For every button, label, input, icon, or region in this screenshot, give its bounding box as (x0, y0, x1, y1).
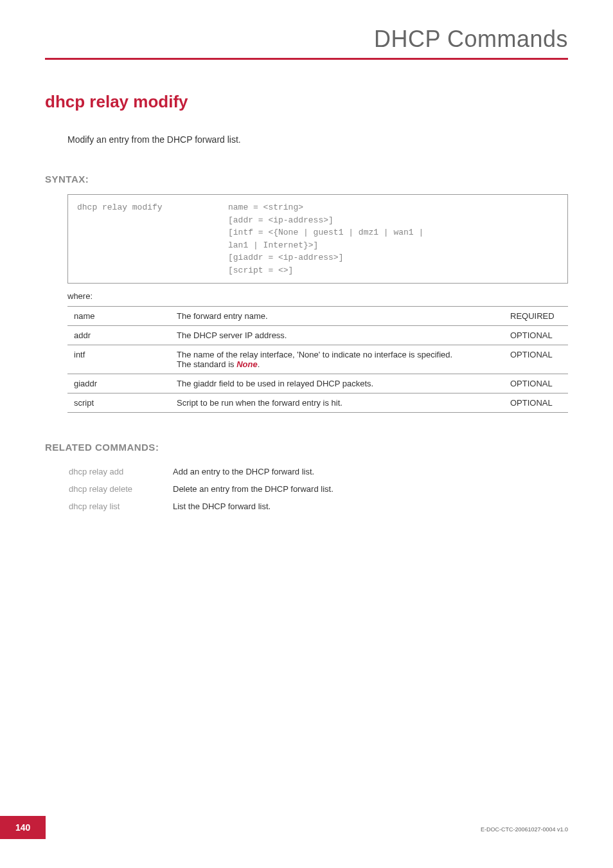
param-desc-post: . (258, 359, 260, 369)
table-row: dhcp relay delete Delete an entry from t… (69, 481, 333, 497)
param-req: OPTIONAL (504, 393, 568, 413)
header-title: DHCP Commands (45, 26, 568, 53)
table-row: script Script to be run when the forward… (67, 393, 568, 413)
related-desc: Add an entry to the DHCP forward list. (173, 464, 333, 480)
param-name: addr (67, 326, 170, 345)
param-req: REQUIRED (504, 307, 568, 326)
command-title: dhcp relay modify (45, 92, 568, 112)
table-row: name The forward entry name. REQUIRED (67, 307, 568, 326)
related-cmd: dhcp relay delete (69, 481, 172, 497)
related-label: RELATED COMMANDS: (45, 442, 568, 453)
table-row: giaddr The giaddr field to be used in re… (67, 374, 568, 393)
param-name: giaddr (67, 374, 170, 393)
syntax-box: dhcp relay modify name = <string> [addr … (67, 194, 568, 284)
param-desc-pre: The name of the relay interface, 'None' … (177, 350, 452, 369)
table-row: dhcp relay list List the DHCP forward li… (69, 498, 333, 514)
param-name: name (67, 307, 170, 326)
related-cmd: dhcp relay list (69, 498, 172, 514)
param-desc-highlight: None (236, 359, 258, 369)
param-desc: Script to be run when the forward entry … (170, 393, 504, 413)
param-desc: The DHCP server IP address. (170, 326, 504, 345)
param-req: OPTIONAL (504, 345, 568, 374)
table-row: intf The name of the relay interface, 'N… (67, 345, 568, 374)
param-desc: The giaddr field to be used in relayed D… (170, 374, 504, 393)
param-desc: The name of the relay interface, 'None' … (170, 345, 504, 374)
related-cmd: dhcp relay add (69, 464, 172, 480)
syntax-label: SYNTAX: (45, 174, 568, 185)
where-label: where: (67, 291, 568, 301)
param-name: script (67, 393, 170, 413)
page-footer: 140 E-DOC-CTC-20061027-0004 v1.0 (0, 816, 613, 839)
command-description: Modify an entry from the DHCP forward li… (67, 134, 568, 145)
param-req: OPTIONAL (504, 374, 568, 393)
param-name: intf (67, 345, 170, 374)
params-table: name The forward entry name. REQUIRED ad… (67, 306, 568, 413)
page-number: 140 (0, 816, 46, 839)
table-row: dhcp relay add Add an entry to the DHCP … (69, 464, 333, 480)
doc-id: E-DOC-CTC-20061027-0004 v1.0 (481, 826, 568, 833)
table-row: addr The DHCP server IP address. OPTIONA… (67, 326, 568, 345)
param-desc: The forward entry name. (170, 307, 504, 326)
syntax-command: dhcp relay modify (77, 201, 228, 276)
param-req: OPTIONAL (504, 326, 568, 345)
page-header: DHCP Commands (45, 26, 568, 60)
syntax-args: name = <string> [addr = <ip-address>] [i… (228, 201, 423, 276)
related-desc: List the DHCP forward list. (173, 498, 333, 514)
related-desc: Delete an entry from the DHCP forward li… (173, 481, 333, 497)
related-table: dhcp relay add Add an entry to the DHCP … (67, 462, 335, 516)
